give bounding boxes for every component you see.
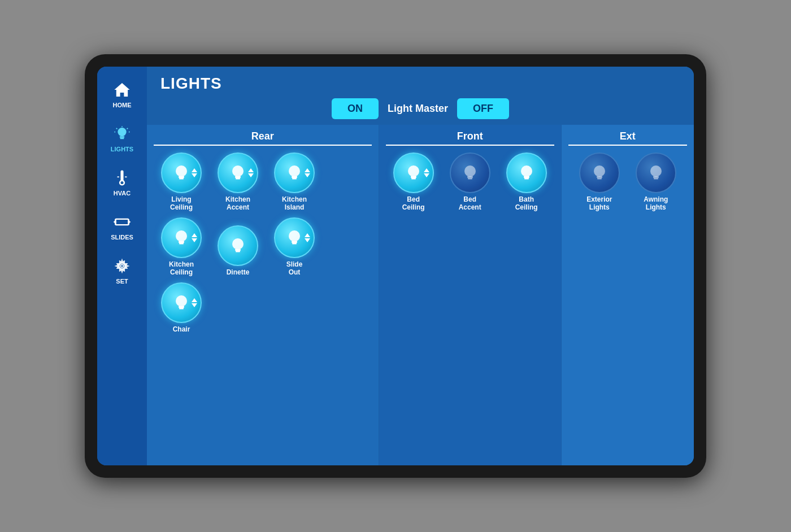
svg-rect-28	[292, 178, 297, 180]
sidebar: HOME LIGHTS	[97, 67, 147, 465]
slide-out-circle	[274, 217, 315, 258]
svg-rect-45	[467, 176, 473, 178]
sidebar-label-set: SET	[116, 278, 128, 285]
kitchen-island-label: KitchenIsland	[282, 195, 307, 212]
bulb-svg	[459, 162, 481, 184]
kitchen-ceiling-circle	[161, 217, 202, 258]
kitchen-ceiling-label: KitchenCeiling	[169, 260, 194, 277]
section-rear-title: Rear	[154, 130, 372, 146]
sidebar-item-home[interactable]: HOME	[97, 72, 147, 116]
section-ext-title: Ext	[568, 130, 687, 146]
svg-rect-14	[115, 219, 129, 225]
svg-line-5	[116, 128, 118, 129]
main-content: LIGHTS ON Light Master OFF Rear	[147, 67, 694, 465]
bulb-svg	[170, 162, 193, 184]
section-ext: Ext ExteriorLights	[562, 125, 694, 465]
svg-point-32	[232, 238, 244, 250]
light-chair[interactable]: Chair	[156, 282, 207, 333]
device-frame: HOME LIGHTS	[85, 54, 706, 478]
svg-rect-22	[179, 178, 184, 180]
bulb-svg	[170, 291, 193, 314]
sidebar-item-slides[interactable]: SLIDES	[97, 204, 147, 248]
kitchen-accent-circle	[218, 152, 258, 193]
svg-rect-24	[235, 176, 241, 178]
gear-icon	[112, 256, 132, 276]
svg-rect-42	[411, 176, 416, 178]
svg-point-29	[176, 230, 187, 242]
light-kitchen-accent[interactable]: KitchenAccent	[212, 152, 263, 212]
dinette-label: Dinette	[227, 268, 250, 276]
svg-rect-48	[524, 176, 529, 178]
sidebar-item-set[interactable]: SET	[97, 248, 147, 293]
front-lights-grid: BedCeiling BedAccent	[386, 149, 554, 215]
bulb-svg	[283, 162, 306, 184]
light-dinette[interactable]: Dinette	[212, 217, 263, 277]
off-button[interactable]: OFF	[457, 98, 509, 119]
svg-rect-37	[292, 243, 297, 245]
svg-rect-52	[597, 178, 602, 180]
dimmer-arrows	[305, 168, 310, 177]
sidebar-label-slides: SLIDES	[111, 234, 133, 241]
light-bath-ceiling[interactable]: BathCeiling	[501, 152, 552, 212]
svg-rect-25	[236, 178, 240, 180]
screen: HOME LIGHTS	[97, 67, 694, 465]
awning-lights-circle	[636, 152, 676, 193]
exterior-lights-label: ExteriorLights	[586, 195, 612, 212]
light-kitchen-island[interactable]: KitchenIsland	[269, 152, 320, 212]
bath-ceiling-circle	[506, 152, 547, 193]
on-button[interactable]: ON	[332, 98, 379, 119]
svg-point-41	[408, 165, 419, 177]
svg-point-38	[176, 295, 187, 307]
living-ceiling-label: LivingCeiling	[170, 195, 193, 212]
rear-lights-grid: LivingCeiling	[154, 149, 372, 337]
svg-point-11	[120, 181, 123, 184]
section-front: Front	[379, 125, 562, 465]
sidebar-item-lights[interactable]: LIGHTS	[97, 116, 147, 160]
dimmer-arrows	[192, 233, 197, 242]
awning-lights-label: AwningLights	[644, 195, 668, 212]
bed-ceiling-label: BedCeiling	[402, 195, 425, 212]
section-front-title: Front	[386, 130, 554, 146]
bulb-svg	[170, 226, 193, 249]
chair-circle	[161, 282, 202, 323]
exterior-lights-circle	[579, 152, 620, 193]
living-ceiling-circle	[161, 152, 202, 193]
svg-rect-39	[179, 306, 184, 308]
svg-rect-36	[292, 241, 297, 243]
slides-icon	[112, 212, 132, 232]
light-living-ceiling[interactable]: LivingCeiling	[156, 152, 207, 212]
bulb-svg	[227, 234, 249, 257]
svg-marker-0	[114, 83, 129, 97]
slide-out-label: SlideOut	[286, 260, 303, 277]
dimmer-arrows	[192, 168, 197, 177]
light-exterior-lights[interactable]: ExteriorLights	[574, 152, 625, 212]
svg-rect-21	[179, 176, 184, 178]
light-slide-out[interactable]: SlideOut	[269, 217, 320, 277]
bulb-svg	[227, 162, 249, 184]
svg-rect-27	[292, 176, 297, 178]
section-rear: Rear	[147, 125, 379, 465]
svg-point-47	[521, 165, 532, 177]
master-label: Light Master	[388, 103, 448, 115]
svg-rect-33	[235, 249, 241, 251]
header: LIGHTS ON Light Master OFF	[147, 67, 694, 125]
svg-point-23	[232, 165, 244, 177]
kitchen-accent-label: KitchenAccent	[225, 195, 250, 212]
svg-line-6	[127, 128, 128, 129]
sidebar-item-hvac[interactable]: HVAC	[97, 160, 147, 204]
svg-rect-55	[654, 178, 658, 180]
bulb-svg	[283, 226, 306, 249]
light-awning-lights[interactable]: AwningLights	[631, 152, 681, 212]
dimmer-arrows	[248, 168, 254, 177]
light-bed-ceiling[interactable]: BedCeiling	[388, 152, 439, 212]
bulb-svg	[515, 162, 538, 184]
svg-rect-46	[468, 178, 472, 180]
svg-point-20	[176, 165, 187, 177]
svg-point-50	[594, 165, 605, 177]
light-kitchen-ceiling[interactable]: KitchenCeiling	[156, 217, 207, 277]
svg-rect-30	[179, 241, 184, 243]
sidebar-label-home: HOME	[113, 102, 132, 108]
light-bed-accent[interactable]: BedAccent	[445, 152, 496, 212]
svg-rect-40	[179, 308, 184, 309]
dinette-circle	[218, 225, 258, 266]
